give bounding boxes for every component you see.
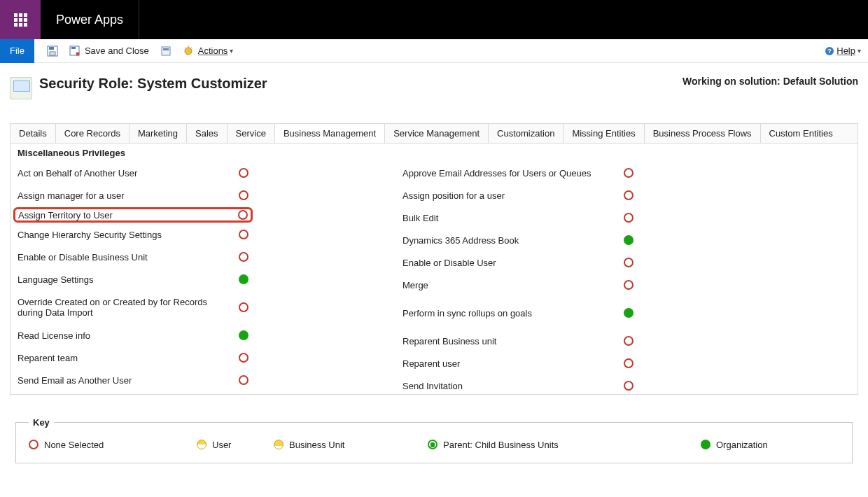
section-title: Miscellaneous Privileges — [18, 144, 850, 165]
privilege-label: Language Settings — [18, 274, 239, 285]
key-item: Parent: Child Business Units — [428, 440, 559, 450]
privilege-level-dot[interactable] — [624, 258, 634, 267]
tab-core-records[interactable]: Core Records — [56, 124, 130, 143]
privilege-label: Dynamics 365 Address Book — [402, 235, 624, 246]
tab-strip: DetailsCore RecordsMarketingSalesService… — [10, 123, 858, 143]
privilege-level-dot[interactable] — [239, 230, 248, 239]
privilege-level-dot[interactable] — [624, 358, 634, 368]
privilege-level-dot[interactable] — [624, 336, 634, 346]
privilege-row: Merge — [402, 277, 634, 293]
tab-details[interactable]: Details — [10, 124, 56, 143]
chevron-down-icon: ▾ — [230, 47, 233, 55]
privilege-row: Reparent Business unit — [402, 333, 634, 349]
privilege-column-left: Act on Behalf of Another UserAssign mana… — [18, 165, 248, 395]
privilege-row: Assign position for a user — [402, 188, 634, 203]
privilege-label: Reparent Business unit — [402, 336, 624, 346]
privilege-row: Read License info — [18, 328, 248, 343]
save-button[interactable] — [41, 39, 64, 63]
key-label: User — [212, 440, 231, 450]
tab-sales[interactable]: Sales — [187, 124, 227, 143]
privilege-level-dot[interactable] — [624, 308, 634, 318]
actions-button[interactable]: Actions ▾ — [177, 39, 239, 63]
privilege-level-dot[interactable] — [239, 353, 248, 363]
privilege-level-dot[interactable] — [239, 252, 248, 262]
key-label: Business Unit — [289, 440, 344, 450]
privileges-panel: Miscellaneous Privileges Act on Behalf o… — [10, 143, 858, 395]
privilege-level-dot[interactable] — [239, 274, 248, 284]
app-title: Power Apps — [41, 0, 139, 39]
privilege-row: Bulk Edit — [402, 210, 634, 225]
chevron-down-icon: ▾ — [858, 47, 861, 55]
tab-service[interactable]: Service — [227, 124, 275, 143]
save-close-label: Save and Close — [85, 46, 149, 56]
svg-text:?: ? — [828, 48, 832, 55]
key-dot-icon — [197, 440, 206, 449]
tab-customization[interactable]: Customization — [489, 124, 564, 143]
key-label: Organization — [716, 440, 768, 450]
privilege-level-dot[interactable] — [239, 190, 248, 200]
privilege-row: Assign manager for a user — [18, 188, 248, 203]
privilege-row: Enable or Disable User — [402, 255, 634, 270]
privilege-row: Enable or Disable Business Unit — [18, 249, 248, 265]
svg-rect-2 — [50, 52, 55, 55]
generic-icon — [160, 46, 172, 57]
privilege-label: Reparent user — [402, 358, 624, 369]
key-label: Parent: Child Business Units — [443, 440, 559, 450]
privilege-label: Send Invitation — [402, 381, 624, 391]
privilege-level-dot[interactable] — [239, 302, 248, 312]
privilege-label: Approve Email Addresses for Users or Que… — [402, 168, 624, 178]
save-icon — [47, 46, 58, 57]
tab-business-management[interactable]: Business Management — [275, 124, 385, 143]
toolbar-button[interactable] — [155, 39, 177, 63]
privilege-level-dot[interactable] — [624, 235, 634, 245]
solution-label: Working on solution: Default Solution — [682, 76, 858, 87]
save-and-close-button[interactable]: Save and Close — [64, 39, 155, 63]
svg-rect-1 — [49, 47, 54, 50]
key-section: Key None SelectedUserBusiness UnitParent… — [15, 417, 853, 463]
key-dot-icon — [29, 440, 38, 449]
privilege-row: Send Email as Another User — [18, 372, 248, 388]
privilege-level-dot[interactable] — [624, 190, 634, 200]
privilege-row: Reparent user — [402, 356, 634, 371]
privilege-level-dot[interactable] — [624, 280, 634, 290]
file-button[interactable]: File — [0, 39, 34, 63]
privilege-level-dot[interactable] — [624, 168, 634, 178]
privilege-row: Change Hierarchy Security Settings — [18, 227, 248, 242]
key-dot-icon — [428, 440, 438, 449]
top-bar: Power Apps — [0, 0, 868, 39]
privilege-level-dot[interactable] — [239, 375, 248, 385]
tab-custom-entities[interactable]: Custom Entities — [761, 124, 841, 143]
privilege-row: Dynamics 365 Address Book — [402, 232, 634, 248]
privilege-label: Assign manager for a user — [18, 190, 239, 201]
privilege-label: Override Created on or Created by for Re… — [18, 297, 239, 318]
command-bar: File Save and Close Actions ▾ — [0, 39, 868, 63]
key-dot-icon — [274, 440, 284, 449]
privilege-label: Assign position for a user — [402, 190, 624, 201]
help-icon: ? — [825, 46, 834, 56]
key-item: User — [197, 440, 231, 450]
key-item: Business Unit — [274, 440, 344, 450]
security-role-icon — [10, 77, 32, 99]
key-legend: Key — [29, 417, 54, 428]
tab-service-management[interactable]: Service Management — [385, 124, 489, 143]
privilege-label: Send Email as Another User — [18, 375, 239, 386]
privilege-label: Act on Behalf of Another User — [18, 168, 239, 178]
privilege-level-dot[interactable] — [239, 168, 248, 178]
privilege-level-dot[interactable] — [624, 381, 634, 391]
tab-business-process-flows[interactable]: Business Process Flows — [645, 124, 761, 143]
svg-rect-5 — [162, 47, 170, 55]
privilege-level-dot[interactable] — [624, 213, 634, 223]
privilege-level-dot[interactable] — [239, 330, 248, 340]
privilege-label: Enable or Disable Business Unit — [18, 252, 239, 262]
app-launcher[interactable] — [0, 0, 41, 39]
privilege-label: Change Hierarchy Security Settings — [18, 230, 239, 240]
page-header: Security Role: System Customizer Working… — [0, 63, 868, 99]
help-button[interactable]: ? Help ▾ — [825, 46, 861, 56]
privilege-level-dot[interactable] — [238, 210, 248, 220]
privilege-row: Language Settings — [18, 272, 248, 287]
tab-missing-entities[interactable]: Missing Entities — [564, 124, 644, 143]
privilege-row: Send Invitation — [402, 378, 634, 393]
privilege-label: Assign Territory to User — [18, 210, 238, 220]
tab-marketing[interactable]: Marketing — [130, 124, 187, 143]
privilege-label: Reparent team — [18, 353, 239, 363]
